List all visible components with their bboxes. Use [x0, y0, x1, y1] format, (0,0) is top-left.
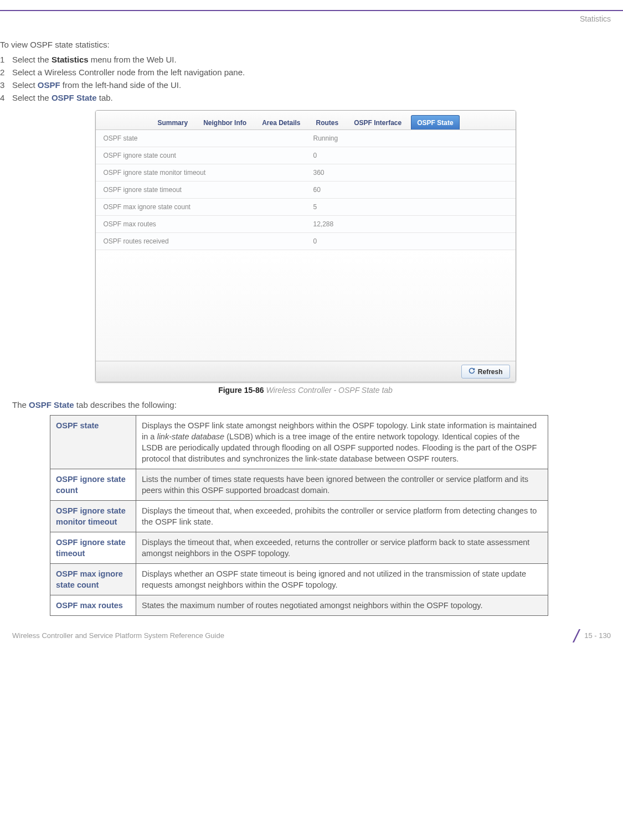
step-bold: OSPF State — [52, 93, 97, 102]
table-row: OSPF max routes States the maximum numbe… — [50, 595, 548, 616]
tab-ospf-state[interactable]: OSPF State — [411, 115, 459, 129]
desc-val: Displays the timeout that, when exceeded… — [136, 501, 548, 532]
tab-ospf-interface[interactable]: OSPF Interface — [348, 115, 408, 129]
desc-key: OSPF state — [50, 416, 136, 469]
figure-title: Wireless Controller - OSPF State tab — [266, 386, 393, 395]
desc-val: Displays whether an OSPF state timeout i… — [136, 564, 548, 595]
step-text: from the left-hand side of the UI. — [60, 80, 181, 90]
grid-label: OSPF max routes — [96, 216, 306, 232]
grid-value: Running — [306, 130, 516, 147]
figure-number: Figure 15-86 — [218, 386, 264, 395]
tab-area-details[interactable]: Area Details — [256, 115, 306, 129]
tab-neighbor-info[interactable]: Neighbor Info — [197, 115, 253, 129]
grid-label: OSPF ignore state count — [96, 147, 306, 164]
grid-label: OSPF ignore state timeout — [96, 182, 306, 198]
desc-key: OSPF ignore state timeout — [50, 532, 136, 564]
table-row: OSPF ignore state timeout Displays the t… — [50, 532, 548, 564]
figure-caption: Figure 15-86 Wireless Controller - OSPF … — [0, 386, 611, 395]
grid-value: 360 — [306, 164, 516, 181]
tab-summary[interactable]: Summary — [151, 115, 194, 129]
table-row: OSPF state Displays the OSPF link state … — [50, 416, 548, 469]
grid-row: OSPF stateRunning — [96, 130, 516, 147]
step-text: Select the — [12, 55, 52, 64]
refresh-label: Refresh — [478, 368, 503, 376]
tab-row: Summary Neighbor Info Area Details Route… — [96, 111, 516, 130]
grid-value: 0 — [306, 233, 516, 250]
desc-val: Displays the timeout that, when exceeded… — [136, 532, 548, 564]
refresh-icon — [468, 367, 475, 376]
grid-row: OSPF ignore state timeout60 — [96, 182, 516, 199]
table-intro: The OSPF State tab describes the followi… — [12, 400, 611, 409]
grid-label: OSPF routes received — [96, 233, 306, 250]
grid-value: 5 — [306, 199, 516, 215]
grid-row: OSPF ignore state monitor timeout360 — [96, 164, 516, 182]
step-text: Select — [12, 80, 38, 90]
step-text: menu from the Web UI. — [89, 55, 177, 64]
section-label: Statistics — [0, 12, 623, 40]
desc-val: States the maximum number of routes nego… — [136, 595, 548, 616]
desc-val: Lists the number of times state requests… — [136, 469, 548, 501]
desc-key: OSPF ignore state count — [50, 469, 136, 501]
footer-slash-icon: / — [574, 630, 579, 641]
footer-page-number: 15 - 130 — [584, 631, 611, 640]
table-row: OSPF ignore state monitor timeout Displa… — [50, 501, 548, 532]
step-number: 3 — [0, 80, 12, 90]
table-row: OSPF max ignore state count Displays whe… — [50, 564, 548, 595]
grid-value: 12,288 — [306, 216, 516, 232]
grid-value: 60 — [306, 182, 516, 198]
step-number: 2 — [0, 68, 12, 77]
desc-key: OSPF ignore state monitor timeout — [50, 501, 136, 532]
grid-value: 0 — [306, 147, 516, 164]
step-text: tab. — [97, 93, 113, 102]
grid-row: OSPF ignore state count0 — [96, 147, 516, 164]
step-text: Select a Wireless Controller node from t… — [12, 68, 245, 77]
grid-row: OSPF max routes12,288 — [96, 216, 516, 233]
steps-list: 1Select the Statistics menu from the Web… — [0, 55, 611, 102]
table-intro-pre: The — [12, 400, 29, 409]
refresh-button[interactable]: Refresh — [461, 365, 510, 378]
step-bold: Statistics — [52, 55, 89, 64]
grid-row: OSPF max ignore state count5 — [96, 199, 516, 216]
grid-label: OSPF state — [96, 130, 306, 147]
table-intro-bold: OSPF State — [29, 400, 74, 409]
screenshot-panel: Summary Neighbor Info Area Details Route… — [95, 110, 516, 382]
step-bold: OSPF — [38, 80, 60, 90]
desc-val: Displays the OSPF link state amongst nei… — [136, 416, 548, 469]
description-table: OSPF state Displays the OSPF link state … — [50, 415, 548, 616]
intro-text: To view OSPF state statistics: — [0, 40, 611, 49]
table-intro-post: tab describes the following: — [74, 400, 177, 409]
step-number: 1 — [0, 55, 12, 64]
grid-label: OSPF max ignore state count — [96, 199, 306, 215]
page-footer: Wireless Controller and Service Platform… — [0, 630, 623, 641]
desc-key: OSPF max ignore state count — [50, 564, 136, 595]
grid-label: OSPF ignore state monitor timeout — [96, 164, 306, 181]
grid-row: OSPF routes received0 — [96, 233, 516, 250]
table-row: OSPF ignore state count Lists the number… — [50, 469, 548, 501]
step-number: 4 — [0, 93, 12, 102]
step-text: Select the — [12, 93, 52, 102]
ospf-state-grid: OSPF stateRunning OSPF ignore state coun… — [96, 130, 516, 361]
footer-guide-title: Wireless Controller and Service Platform… — [12, 631, 224, 640]
desc-key: OSPF max routes — [50, 595, 136, 616]
tab-routes[interactable]: Routes — [310, 115, 345, 129]
